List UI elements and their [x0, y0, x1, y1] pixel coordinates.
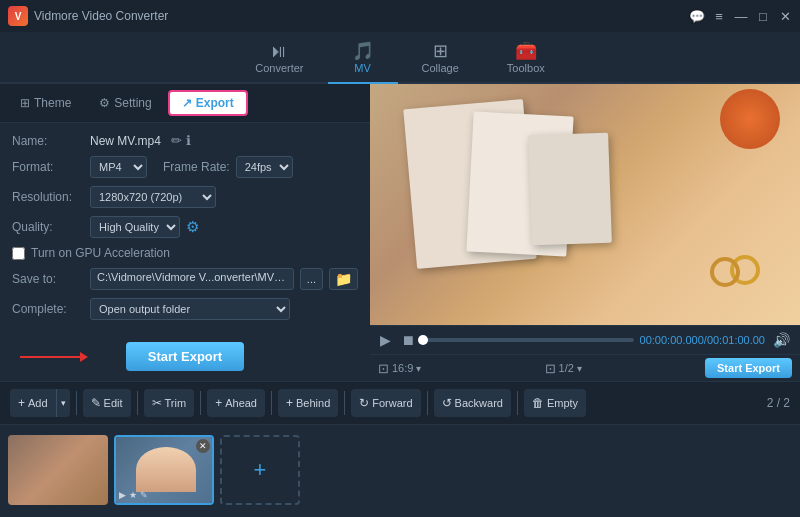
- behind-label: Behind: [296, 397, 330, 409]
- trim-button[interactable]: ✂ Trim: [144, 389, 195, 417]
- filmstrip-thumb-1[interactable]: [8, 435, 108, 505]
- separator-4: [271, 391, 272, 415]
- filmstrip-add-button[interactable]: +: [220, 435, 300, 505]
- edit-label: Edit: [104, 397, 123, 409]
- quality-select[interactable]: High Quality Standard Low Size: [90, 216, 180, 238]
- collage-label: Collage: [422, 62, 459, 74]
- aspect-dropdown-icon[interactable]: ▾: [416, 363, 421, 374]
- thumb-bg-2: ✕ ▶ ★ ✎: [116, 437, 212, 503]
- setting-label: Setting: [114, 96, 151, 110]
- resolution-label: Resolution:: [12, 190, 84, 204]
- export-label: Export: [196, 96, 234, 110]
- progress-bar[interactable]: [423, 338, 634, 342]
- theme-icon: ⊞: [20, 96, 30, 110]
- behind-icon: +: [286, 396, 293, 410]
- close-button[interactable]: ✕: [778, 9, 792, 23]
- stop-button[interactable]: ⏹: [399, 330, 417, 350]
- forward-button[interactable]: ↻ Forward: [351, 389, 420, 417]
- progress-dot: [418, 335, 428, 345]
- backward-button[interactable]: ↺ Backward: [434, 389, 511, 417]
- gpu-row: Turn on GPU Acceleration: [12, 246, 358, 260]
- saveto-path: C:\Vidmore\Vidmore V...onverter\MV Expor…: [90, 268, 294, 290]
- tab-collage[interactable]: ⊞ Collage: [398, 38, 483, 84]
- chat-button[interactable]: 💬: [690, 9, 704, 23]
- aspect-ratio-label: 16:9: [392, 362, 413, 374]
- maximize-button[interactable]: □: [756, 9, 770, 23]
- ahead-button[interactable]: + Ahead: [207, 389, 265, 417]
- thumb-bg-1: [8, 435, 108, 505]
- name-value: New MV.mp4: [90, 134, 161, 148]
- info-button[interactable]: ℹ: [186, 133, 191, 148]
- name-label: Name:: [12, 134, 84, 148]
- nav-bar: ⏯ Converter 🎵 MV ⊞ Collage 🧰 Toolbox: [0, 32, 800, 84]
- saveto-folder-button[interactable]: 📁: [329, 268, 358, 290]
- name-icons: ✏ ℹ: [171, 133, 191, 148]
- quality-row: Quality: High Quality Standard Low Size …: [12, 216, 358, 238]
- edit-button[interactable]: ✎ Edit: [83, 389, 131, 417]
- preview-image: [370, 84, 800, 325]
- left-panel: ⊞ Theme ⚙ Setting ↗ Export Name: New MV.…: [0, 84, 370, 381]
- add-plus-icon: +: [18, 396, 25, 410]
- tab-mv[interactable]: 🎵 MV: [328, 38, 398, 84]
- zoom-dropdown-icon[interactable]: ▾: [577, 363, 582, 374]
- arrow-indicator: [20, 352, 88, 362]
- add-button[interactable]: + Add: [10, 389, 56, 417]
- volume-button[interactable]: 🔊: [771, 330, 792, 350]
- forward-icon: ↻: [359, 396, 369, 410]
- sub-tab-theme[interactable]: ⊞ Theme: [8, 92, 83, 114]
- app-logo: V: [8, 6, 28, 26]
- sub-tab-setting[interactable]: ⚙ Setting: [87, 92, 163, 114]
- title-bar: V Vidmore Video Converter 💬 ≡ — □ ✕: [0, 0, 800, 32]
- name-row: Name: New MV.mp4 ✏ ℹ: [12, 133, 358, 148]
- separator-7: [517, 391, 518, 415]
- sub-tab-export[interactable]: ↗ Export: [168, 90, 248, 116]
- framerate-group: Frame Rate: 24fps 25fps 30fps 60fps: [163, 156, 293, 178]
- gpu-checkbox[interactable]: [12, 247, 25, 260]
- format-select[interactable]: MP4 MOV AVI MKV WMV: [90, 156, 147, 178]
- export-button-area: Start Export: [0, 330, 370, 381]
- setting-gear-icon: ⚙: [99, 96, 110, 110]
- settings-form: Name: New MV.mp4 ✏ ℹ Format: MP4 MOV AVI…: [0, 123, 370, 330]
- title-controls: 💬 ≡ — □ ✕: [690, 9, 792, 23]
- start-export-button[interactable]: Start Export: [126, 342, 244, 371]
- complete-label: Complete:: [12, 302, 84, 316]
- player-start-export-button[interactable]: Start Export: [705, 358, 792, 378]
- menu-button[interactable]: ≡: [712, 9, 726, 23]
- tab-toolbox[interactable]: 🧰 Toolbox: [483, 38, 569, 84]
- filmstrip-thumb-2[interactable]: ✕ ▶ ★ ✎: [114, 435, 214, 505]
- filmstrip: ✕ ▶ ★ ✎ +: [0, 425, 800, 515]
- backward-icon: ↺: [442, 396, 452, 410]
- thumb-play-icon: ▶: [119, 490, 126, 500]
- zoom-icon: ⊡: [545, 361, 556, 376]
- thumb-star-icon: ★: [129, 490, 137, 500]
- gpu-label[interactable]: Turn on GPU Acceleration: [31, 246, 170, 260]
- tab-converter[interactable]: ⏯ Converter: [231, 38, 327, 84]
- saveto-dots-button[interactable]: ...: [300, 268, 323, 290]
- resolution-select[interactable]: 1280x720 (720p) 1920x1080 (1080p) 854x48…: [90, 186, 216, 208]
- play-button[interactable]: ▶: [378, 330, 393, 350]
- minimize-button[interactable]: —: [734, 9, 748, 23]
- preview-card-3: [528, 133, 612, 246]
- empty-label: Empty: [547, 397, 578, 409]
- empty-button[interactable]: 🗑 Empty: [524, 389, 586, 417]
- forward-label: Forward: [372, 397, 412, 409]
- quality-settings-button[interactable]: ⚙: [186, 218, 199, 236]
- edit-name-button[interactable]: ✏: [171, 133, 182, 148]
- saveto-row: Save to: C:\Vidmore\Vidmore V...onverter…: [12, 268, 358, 290]
- title-left: V Vidmore Video Converter: [8, 6, 168, 26]
- toolbox-icon: 🧰: [515, 42, 537, 60]
- separator-6: [427, 391, 428, 415]
- complete-select[interactable]: Open output folder Do nothing Shut down: [90, 298, 290, 320]
- thumb-close-button[interactable]: ✕: [196, 439, 210, 453]
- converter-icon: ⏯: [270, 42, 288, 60]
- page-count: 2 / 2: [767, 396, 790, 410]
- trim-icon: ✂: [152, 396, 162, 410]
- preview-ring-2: [710, 257, 740, 287]
- framerate-select[interactable]: 24fps 25fps 30fps 60fps: [236, 156, 293, 178]
- behind-button[interactable]: + Behind: [278, 389, 338, 417]
- preview-area: [370, 84, 800, 325]
- separator-3: [200, 391, 201, 415]
- aspect-ratio-selector: ⊡ 16:9 ▾: [378, 361, 421, 376]
- time-total: 00:01:00.00: [707, 334, 765, 346]
- add-dropdown-button[interactable]: ▾: [56, 389, 70, 417]
